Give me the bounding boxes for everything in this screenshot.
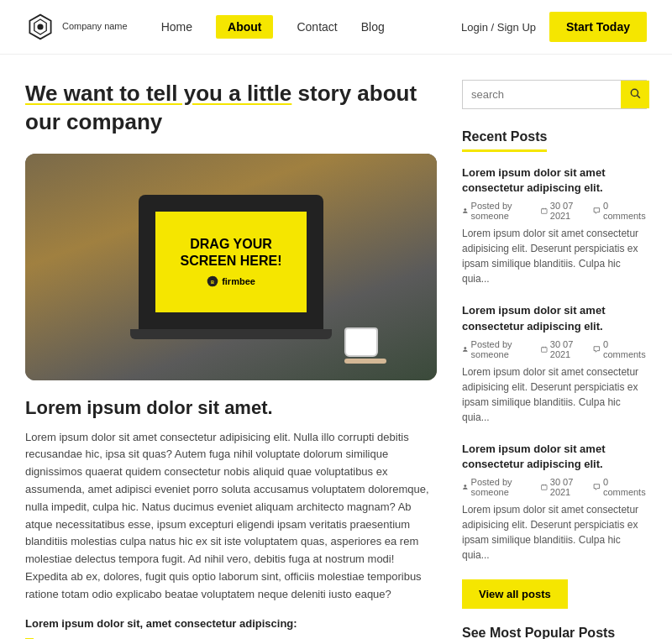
post-item-2: Lorem ipsum dolor sit amet consectetur a… — [462, 303, 647, 424]
svg-point-5 — [631, 89, 638, 96]
svg-rect-12 — [542, 347, 548, 352]
search-button[interactable] — [621, 81, 649, 108]
article-title: Lorem ipsum dolor sit amet. — [25, 397, 437, 419]
comment-icon — [593, 207, 601, 215]
recent-posts-title: Recent Posts — [462, 129, 547, 152]
search-icon — [629, 87, 641, 99]
main-nav: Home About Contact Blog — [161, 15, 461, 39]
right-sidebar: Recent Posts Lorem ipsum dolor sit amet … — [462, 80, 647, 639]
post-title-3: Lorem ipsum dolor sit amet consectetur a… — [462, 442, 647, 472]
svg-point-7 — [464, 209, 466, 212]
user-icon — [462, 345, 469, 354]
svg-rect-8 — [542, 209, 548, 214]
drag-text-line1: DRAG YOUR — [190, 236, 272, 254]
nav-about[interactable]: About — [216, 15, 273, 39]
post-date-1: 30 07 2021 — [541, 201, 585, 221]
comment-icon — [593, 345, 601, 354]
company-name: Company name — [62, 21, 128, 32]
post-meta-1: Posted by someone 30 07 2021 0 comments — [462, 201, 647, 221]
calendar-icon — [541, 207, 548, 215]
laptop-brand: B firmbee — [207, 275, 255, 287]
recent-posts-section: Recent Posts Lorem ipsum dolor sit amet … — [462, 129, 647, 639]
post-title-1: Lorem ipsum dolor sit amet consectetur a… — [462, 165, 647, 196]
headline-underlined: We want to tell you a little — [25, 81, 291, 106]
article-body: Lorem ipsum dolor sit amet consectetur a… — [25, 429, 437, 604]
search-box — [462, 80, 647, 109]
post-date-2: 30 07 2021 — [541, 339, 585, 359]
hero-img-inner: DRAG YOUR SCREEN HERE! B firmbee — [25, 154, 437, 380]
laptop-mockup: DRAG YOUR SCREEN HERE! B firmbee — [139, 195, 323, 329]
header-right: Login / Sign Up Start Today — [461, 12, 647, 42]
comment-icon — [593, 483, 601, 491]
svg-text:B: B — [211, 280, 214, 285]
nav-blog[interactable]: Blog — [361, 20, 385, 34]
login-link[interactable]: Login / Sign Up — [461, 21, 536, 34]
drag-text-line2: SCREEN HERE! — [181, 253, 282, 270]
post-author-1: Posted by someone — [462, 201, 533, 221]
hero-image: DRAG YOUR SCREEN HERE! B firmbee — [25, 154, 437, 380]
nav-contact[interactable]: Contact — [297, 20, 337, 34]
laptop-screen: DRAG YOUR SCREEN HERE! B firmbee — [155, 212, 307, 312]
post-excerpt-1: Lorem ipsum dolor sit amet consectetur a… — [462, 226, 647, 286]
left-column: We want to tell you a little story about… — [25, 80, 437, 639]
bullet-list: Lorem ipsum dolor sit amet consectetur. … — [25, 636, 437, 639]
logo-icon — [25, 12, 55, 42]
post-item-3: Lorem ipsum dolor sit amet consectetur a… — [462, 442, 647, 563]
post-meta-3: Posted by someone 30 07 2021 0 comments — [462, 477, 647, 497]
nav-home[interactable]: Home — [161, 20, 192, 34]
post-author-3: Posted by someone — [462, 477, 533, 497]
list-heading: Lorem ipsum dolor sit, amet consectetur … — [25, 617, 437, 630]
svg-line-6 — [638, 96, 640, 98]
logo: Company name — [25, 12, 128, 42]
popular-posts-title: See Most Popular Posts — [462, 626, 647, 639]
post-title-2: Lorem ipsum dolor sit amet consectetur a… — [462, 303, 647, 333]
cta-button[interactable]: Start Today — [549, 12, 647, 42]
post-excerpt-2: Lorem ipsum dolor sit amet consectetur a… — [462, 364, 647, 425]
list-item: Lorem ipsum dolor sit amet consectetur. — [25, 636, 437, 639]
svg-point-15 — [464, 484, 466, 487]
post-comments-2: 0 comments — [593, 339, 647, 359]
post-item-1: Lorem ipsum dolor sit amet consectetur a… — [462, 165, 647, 286]
calendar-icon — [541, 483, 548, 491]
svg-point-11 — [464, 347, 466, 349]
user-icon — [462, 207, 469, 215]
calendar-icon — [541, 345, 548, 354]
post-author-2: Posted by someone — [462, 339, 533, 359]
main-content: We want to tell you a little story about… — [0, 55, 672, 639]
page-headline: We want to tell you a little story about… — [25, 80, 437, 137]
svg-point-2 — [37, 24, 43, 29]
post-date-3: 30 07 2021 — [541, 477, 585, 497]
view-all-button[interactable]: View all posts — [462, 579, 568, 609]
search-input[interactable] — [463, 81, 621, 107]
svg-rect-16 — [542, 485, 548, 490]
post-meta-2: Posted by someone 30 07 2021 0 comments — [462, 339, 647, 359]
user-icon — [462, 483, 469, 491]
post-excerpt-3: Lorem ipsum dolor sit amet consectetur a… — [462, 502, 647, 563]
post-comments-1: 0 comments — [593, 201, 647, 221]
post-comments-3: 0 comments — [593, 477, 647, 497]
